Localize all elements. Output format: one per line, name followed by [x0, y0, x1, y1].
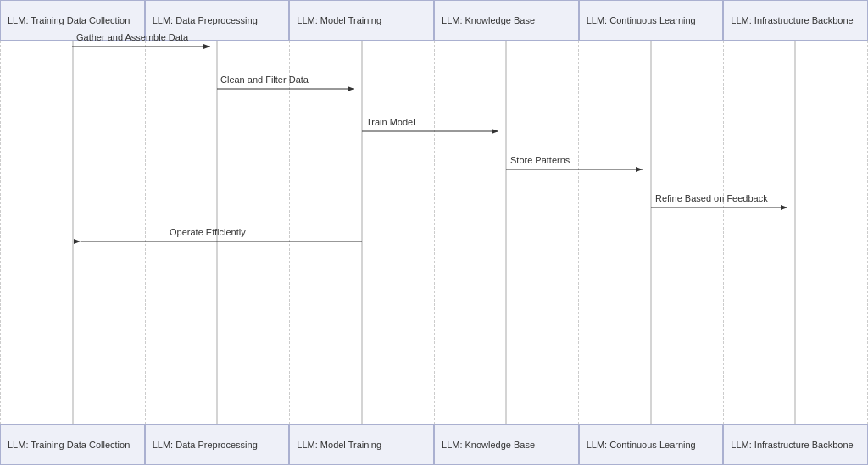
- actor-knowledge-base-footer: LLM: Knowledge Base: [434, 424, 579, 465]
- label-clean-data: Clean and Filter Data: [220, 75, 309, 85]
- actor-continuous-learning-footer: LLM: Continuous Learning: [579, 424, 724, 465]
- sequence-diagram: LLM: Training Data Collection LLM: Data …: [0, 0, 868, 465]
- label-train-model: Train Model: [366, 117, 415, 127]
- actor-training-data-collection-footer: LLM: Training Data Collection: [0, 424, 145, 465]
- label-operate-efficiently: Operate Efficiently: [170, 227, 246, 237]
- label-store-patterns: Store Patterns: [510, 155, 570, 165]
- actor-infrastructure-backbone-footer: LLM: Infrastructure Backbone: [723, 424, 868, 465]
- label-refine-feedback: Refine Based on Feedback: [655, 193, 768, 203]
- footer-row: LLM: Training Data Collection LLM: Data …: [0, 424, 868, 465]
- label-gather-data: Gather and Assemble Data: [76, 32, 189, 42]
- arrows-svg: Gather and Assemble Data Clean and Filte…: [0, 0, 868, 384]
- actor-model-training-footer: LLM: Model Training: [289, 424, 434, 465]
- actor-data-preprocessing-footer: LLM: Data Preprocessing: [145, 424, 290, 465]
